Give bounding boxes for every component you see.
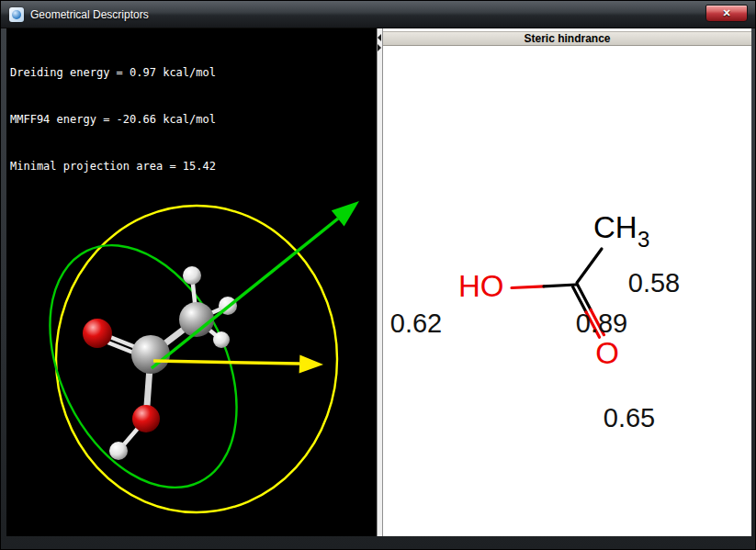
splitter[interactable] bbox=[377, 28, 383, 536]
structure-2d-view: CH 3 HO O 0.58 0.62 0.89 0.65 bbox=[383, 46, 751, 533]
structure-background bbox=[383, 46, 751, 533]
window-title: Geometrical Descriptors bbox=[30, 8, 149, 21]
atom-oxygen-hydroxyl bbox=[132, 405, 160, 432]
atom-carbon-central bbox=[131, 335, 170, 374]
steric-panel: Steric hindrance CH 3 bbox=[383, 28, 751, 536]
descriptor-line: MMFF94 energy = -20.66 kcal/mol bbox=[10, 112, 377, 128]
titlebar[interactable]: Geometrical Descriptors ✕ bbox=[1, 1, 755, 28]
steric-value-carbonyl-carbon: 0.89 bbox=[576, 309, 627, 338]
steric-value-carbonyl-oxygen: 0.65 bbox=[604, 403, 655, 432]
atom-oxygen-carbonyl bbox=[83, 319, 112, 348]
app-icon-sphere bbox=[12, 10, 21, 19]
splitter-expand-right-icon[interactable] bbox=[378, 44, 381, 51]
hydroxyl-label: HO bbox=[458, 269, 504, 303]
molecule-3d-view[interactable] bbox=[6, 174, 377, 536]
window-content: Dreiding energy = 0.97 kcal/mol MMFF94 e… bbox=[6, 28, 751, 536]
viewport-background bbox=[6, 174, 377, 536]
left-panel: Dreiding energy = 0.97 kcal/mol MMFF94 e… bbox=[6, 28, 377, 536]
descriptor-line: Dreiding energy = 0.97 kcal/mol bbox=[10, 65, 377, 81]
descriptor-line: Minimal projection area = 15.42 bbox=[10, 159, 377, 174]
close-button[interactable]: ✕ bbox=[705, 5, 748, 22]
app-icon bbox=[9, 7, 24, 22]
atom-hydrogen bbox=[213, 331, 230, 348]
close-icon: ✕ bbox=[722, 8, 730, 18]
descriptor-text-area[interactable]: Dreiding energy = 0.97 kcal/mol MMFF94 e… bbox=[6, 28, 377, 174]
methyl-label: CH bbox=[593, 210, 638, 244]
steric-value-hydroxyl: 0.62 bbox=[390, 309, 442, 338]
atom-hydrogen bbox=[183, 266, 201, 285]
atom-hydrogen bbox=[109, 442, 128, 460]
methyl-subscript: 3 bbox=[638, 227, 649, 252]
carbonyl-oxygen-label: O bbox=[595, 336, 619, 370]
steric-value-methyl: 0.58 bbox=[628, 268, 680, 297]
splitter-collapse-left-icon[interactable] bbox=[378, 34, 381, 41]
window-geometrical-descriptors: Geometrical Descriptors ✕ Dreiding energ… bbox=[0, 0, 756, 550]
steric-header: Steric hindrance bbox=[383, 31, 751, 46]
